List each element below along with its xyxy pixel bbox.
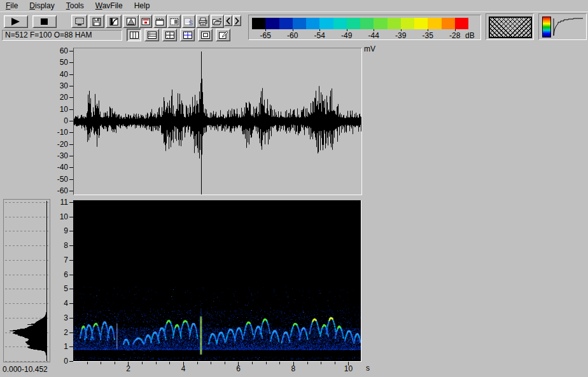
display-settings-icon <box>74 17 85 26</box>
spec-y-tick-label: 8 <box>50 241 68 250</box>
wave-y-tick-label: 40 <box>50 70 68 79</box>
open-file-button[interactable] <box>211 15 224 28</box>
menu-item-display[interactable]: Display <box>24 1 60 11</box>
spec-x-tick <box>156 362 157 364</box>
select-region-button[interactable] <box>167 15 181 28</box>
spec-y-tick-label: 1 <box>50 342 68 351</box>
time-range-label: 0.000-10.452 <box>3 365 48 374</box>
window-function-icon <box>126 17 136 26</box>
hatch-pattern-panel <box>486 13 534 40</box>
save-button[interactable] <box>88 15 104 28</box>
wave-y-tick-label: 30 <box>50 81 68 90</box>
wave-y-tick <box>69 179 73 180</box>
transfer-curve-icon <box>552 16 584 38</box>
print-icon <box>198 17 208 26</box>
spec-x-tick <box>169 362 170 364</box>
wave-y-tick-label: 50 <box>50 58 68 67</box>
time-unit-label: s <box>366 364 370 373</box>
spec-y-tick-label: 7 <box>50 256 68 264</box>
wave-y-tick <box>69 156 73 156</box>
spectrogram-view-icon <box>141 17 151 26</box>
spec-y-tick-label: 0 <box>50 357 68 366</box>
color-scale-label: -49 <box>337 31 356 40</box>
spec-x-tick-label: 4 <box>177 364 190 373</box>
color-scale-segment-2 <box>279 18 293 29</box>
color-scale-segment-9 <box>374 18 387 29</box>
color-scale-label: -35 <box>418 31 437 40</box>
spec-x-tick-label: 8 <box>287 364 300 373</box>
spectrogram-canvas <box>73 200 361 361</box>
grid-both-alt-button[interactable] <box>180 29 195 41</box>
prev-button[interactable] <box>224 15 232 26</box>
wave-y-tick <box>69 109 73 110</box>
wave-y-tick <box>69 121 73 121</box>
spec-y-tick <box>69 303 73 304</box>
play-button[interactable] <box>4 15 28 28</box>
next-button[interactable] <box>233 15 241 26</box>
spectrogram-view-button[interactable] <box>139 15 152 28</box>
spec-x-tick <box>321 362 321 364</box>
window-function-button[interactable] <box>123 15 139 28</box>
grid-vertical-button[interactable] <box>127 29 141 41</box>
color-scale-segment-3 <box>293 18 306 29</box>
spec-y-tick <box>69 346 73 347</box>
menu-item-help[interactable]: Help <box>129 1 156 11</box>
wave-y-tick <box>69 62 73 63</box>
color-scale-segment-12 <box>414 18 428 29</box>
color-scale-segment-0 <box>252 18 265 29</box>
color-scale-segment-7 <box>347 18 360 29</box>
menu-item-tools[interactable]: Tools <box>60 1 90 11</box>
annotate-button[interactable] <box>216 29 230 41</box>
crosshatch-pattern <box>489 17 532 38</box>
transfer-curve-icon <box>109 17 119 26</box>
db-color-scale: -65-60-54-49-44-39-35-28 dB <box>248 15 481 40</box>
color-scale-segment-6 <box>333 18 347 29</box>
print-button[interactable] <box>196 15 209 28</box>
spec-y-tick-label: 3 <box>50 313 68 322</box>
frequency-scale-button[interactable] <box>153 15 167 28</box>
spec-x-tick-label: 10 <box>342 364 354 373</box>
spec-x-tick-label: 2 <box>122 364 134 373</box>
waveform-plot <box>73 48 362 195</box>
spec-x-tick <box>279 362 280 364</box>
spec-x-tick <box>266 362 267 364</box>
spectrogram-plot <box>73 200 361 362</box>
color-scale-label: -28 <box>445 31 465 40</box>
wave-y-tick <box>69 74 73 75</box>
spec-y-tick <box>69 318 73 319</box>
spec-y-tick <box>69 361 73 362</box>
frequency-scale-icon <box>155 17 165 26</box>
transfer-curve-button[interactable] <box>106 15 122 28</box>
transfer-curve-panel <box>538 13 587 40</box>
spec-x-tick <box>211 362 211 364</box>
average-spectrum-canvas <box>4 200 50 362</box>
spec-x-tick <box>307 362 308 364</box>
grid-border-button[interactable] <box>198 29 213 41</box>
wave-y-tick-label: -20 <box>50 140 68 149</box>
spec-y-tick-label: 10 <box>50 212 68 221</box>
signal-options-button[interactable]: S <box>182 15 195 28</box>
wave-y-tick <box>69 97 73 98</box>
spec-y-tick-label: 5 <box>50 284 68 293</box>
waveform-unit-label: mV <box>364 45 375 53</box>
grid-both-alt-icon <box>183 31 193 39</box>
spec-x-tick <box>115 362 115 364</box>
stop-button[interactable] <box>32 15 57 28</box>
color-scale-label: -54 <box>310 31 329 40</box>
spec-y-tick <box>69 245 73 246</box>
color-scale-label: -39 <box>391 31 410 40</box>
spec-y-tick <box>69 231 73 231</box>
spec-x-tick <box>197 362 198 364</box>
grid-horizontal-button[interactable] <box>144 29 159 41</box>
open-file-icon <box>212 17 222 26</box>
color-scale-segment-8 <box>360 18 374 29</box>
menu-item-file[interactable]: File <box>0 1 24 11</box>
menu-item-wavfile[interactable]: WavFile <box>90 1 129 11</box>
spec-x-tick <box>101 362 101 364</box>
wave-y-tick-label: -30 <box>50 151 68 160</box>
next-icon <box>234 17 241 25</box>
grid-both-button[interactable] <box>162 29 177 41</box>
save-icon <box>92 17 102 26</box>
spec-x-tick <box>142 362 143 364</box>
display-settings-button[interactable] <box>71 15 87 28</box>
